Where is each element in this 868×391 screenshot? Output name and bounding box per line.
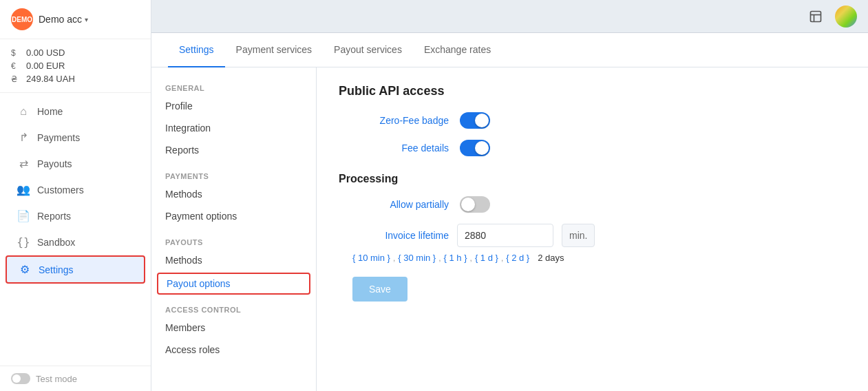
invoice-lifetime-label: Invoice lifetime <box>352 230 449 241</box>
tab-exchange-rates[interactable]: Exchange rates <box>413 33 502 67</box>
side-menu-section-payments: PAYMENTS Methods Payment options <box>151 167 316 227</box>
uah-icon: ₴ <box>11 74 22 84</box>
sidebar-logo: DEMO <box>11 8 33 30</box>
side-menu-section-payouts: PAYOUTS Methods Payout options <box>151 233 316 295</box>
home-icon: ⌂ <box>17 105 30 118</box>
invoice-lifetime-row: Invoice lifetime min. <box>339 224 846 247</box>
fee-details-row: Fee details <box>339 140 846 156</box>
quick-time-30min[interactable]: { 30 min } <box>398 253 436 263</box>
fee-details-toggle[interactable] <box>460 140 490 156</box>
quick-times: { 10 min } , { 30 min } , { 1 h } , { 1 … <box>339 253 846 263</box>
tab-payment-services[interactable]: Payment services <box>225 33 323 67</box>
allow-partially-row: Allow partially <box>339 196 846 213</box>
payouts-section-title: PAYOUTS <box>151 233 316 249</box>
sidebar-item-settings[interactable]: ⚙ Settings <box>6 255 145 284</box>
sidebar-item-sandbox[interactable]: {} Sandbox <box>6 229 145 255</box>
content-area: GENERAL Profile Integration Reports PAYM… <box>151 67 868 391</box>
side-menu-reports[interactable]: Reports <box>151 139 316 161</box>
test-mode-toggle[interactable]: Test mode <box>11 373 140 384</box>
zero-fee-toggle[interactable] <box>460 112 490 129</box>
tab-payout-services[interactable]: Payout services <box>323 33 413 67</box>
access-section-title: ACCESS CONTROL <box>151 300 316 317</box>
quick-time-1h[interactable]: { 1 h } <box>444 253 467 263</box>
tab-settings[interactable]: Settings <box>168 33 225 67</box>
sidebar-item-payments[interactable]: ↱ Payments <box>6 125 145 150</box>
payments-section-title: PAYMENTS <box>151 167 316 183</box>
sandbox-icon: {} <box>17 235 30 249</box>
balance-usd: $ 0.00 USD <box>11 46 140 59</box>
sidebar-footer: Test mode <box>0 366 151 391</box>
zero-fee-row: Zero-Fee badge <box>339 112 846 129</box>
tabs-bar: Settings Payment services Payout service… <box>151 33 868 67</box>
payments-icon: ↱ <box>17 131 30 144</box>
eur-icon: € <box>11 61 22 71</box>
side-menu-members[interactable]: Members <box>151 317 316 339</box>
side-menu-payment-options[interactable]: Payment options <box>151 205 316 227</box>
allow-partially-label: Allow partially <box>352 199 449 210</box>
customers-icon: 👥 <box>17 183 30 196</box>
reports-icon: 📄 <box>17 209 30 222</box>
side-menu: GENERAL Profile Integration Reports PAYM… <box>151 67 317 391</box>
main-content: Settings Payment services Payout service… <box>151 0 868 391</box>
top-bar <box>151 0 868 33</box>
avatar-icon[interactable] <box>835 6 857 28</box>
document-icon[interactable] <box>805 6 827 28</box>
allow-partially-toggle[interactable] <box>460 196 490 213</box>
settings-icon: ⚙ <box>18 263 32 276</box>
side-menu-integration[interactable]: Integration <box>151 117 316 139</box>
side-menu-payout-methods[interactable]: Methods <box>151 249 316 271</box>
balance-eur: € 0.00 EUR <box>11 59 140 72</box>
side-menu-access-roles[interactable]: Access roles <box>151 339 316 361</box>
payouts-icon: ⇄ <box>17 157 30 170</box>
invoice-lifetime-input[interactable] <box>457 224 553 247</box>
public-api-title: Public API access <box>339 84 846 98</box>
quick-time-2d[interactable]: { 2 d } <box>506 253 529 263</box>
current-time-display: 2 days <box>538 253 564 263</box>
sidebar-item-home[interactable]: ⌂ Home <box>6 99 145 124</box>
sidebar-header[interactable]: DEMO Demo acc ▾ <box>0 0 151 39</box>
save-button[interactable]: Save <box>352 277 407 302</box>
side-menu-profile[interactable]: Profile <box>151 95 316 117</box>
processing-title: Processing <box>339 173 846 185</box>
sidebar-item-payouts[interactable]: ⇄ Payouts <box>6 151 145 176</box>
quick-time-1d[interactable]: { 1 d } <box>475 253 498 263</box>
general-section-title: GENERAL <box>151 78 316 95</box>
test-mode-switch[interactable] <box>11 373 30 384</box>
settings-panel: Public API access Zero-Fee badge Fee det… <box>317 67 868 391</box>
side-menu-payment-methods[interactable]: Methods <box>151 183 316 205</box>
balance-uah: ₴ 249.84 UAH <box>11 72 140 85</box>
sidebar-item-reports[interactable]: 📄 Reports <box>6 203 145 229</box>
zero-fee-label: Zero-Fee badge <box>352 115 449 126</box>
side-menu-payout-options[interactable]: Payout options <box>157 273 310 295</box>
svg-rect-0 <box>811 11 821 21</box>
sidebar: DEMO Demo acc ▾ $ 0.00 USD € 0.00 EUR ₴ … <box>0 0 151 391</box>
sidebar-nav: ⌂ Home ↱ Payments ⇄ Payouts 👥 Customers … <box>0 93 151 366</box>
chevron-down-icon: ▾ <box>85 16 88 23</box>
quick-time-10min[interactable]: { 10 min } <box>352 253 390 263</box>
balance-section: $ 0.00 USD € 0.00 EUR ₴ 249.84 UAH <box>0 39 151 93</box>
side-menu-section-access: ACCESS CONTROL Members Access roles <box>151 300 316 361</box>
account-name[interactable]: Demo acc ▾ <box>39 14 88 25</box>
side-menu-section-general: GENERAL Profile Integration Reports <box>151 78 316 161</box>
invoice-unit-label: min. <box>562 224 595 247</box>
sidebar-item-customers[interactable]: 👥 Customers <box>6 177 145 202</box>
fee-details-label: Fee details <box>352 142 449 154</box>
usd-icon: $ <box>11 48 22 58</box>
